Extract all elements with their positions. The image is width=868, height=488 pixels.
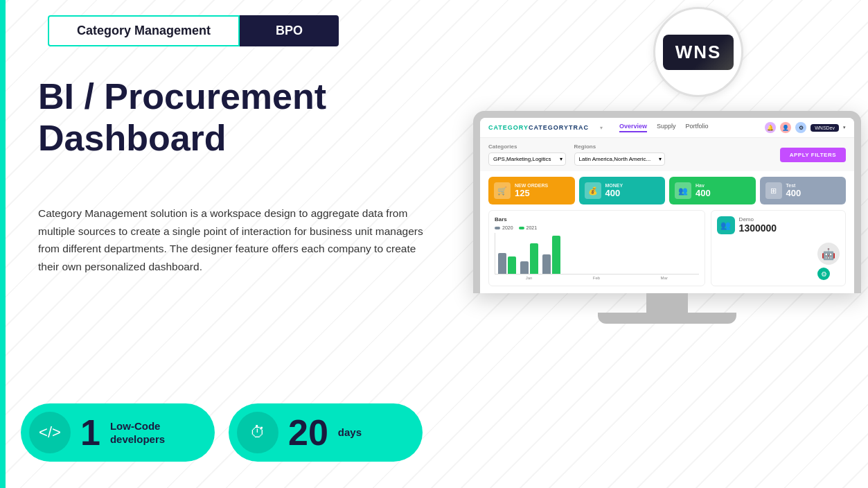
stats-row: </> 1 Low-Code developers ⏱ 20 days [21,403,423,462]
bar-mar-2020 [542,254,551,274]
dashboard-filters: Categories GPS,Marketing,Logitics ▾ Regi… [480,138,854,171]
timer-icon-circle: ⏱ [237,412,278,453]
dashboard-nav-tabs: Overview Supply Portfolio [619,123,709,132]
kpi-demo-value: 1300000 [739,223,777,234]
kpi-label-2: Hav [696,183,750,188]
kpi-label-0: NEW ORDERS [515,183,569,188]
stat-days: ⏱ 20 days [229,403,423,462]
wns-logo-circle: WNS [653,7,743,97]
stand-neck [646,293,688,313]
heading-line1: BI / Procurement [38,76,326,116]
code-icon-circle: </> [29,412,71,453]
monitor-body: CATEGORYCATEGORYTRAC ▾ Overview Supply P… [473,111,861,293]
kpi-demo-icon: 👥 [717,216,735,234]
wns-logo-text: WNS [663,35,734,70]
chart-title: Bars [495,216,699,223]
tab-bpo-label: BPO [276,24,303,37]
nav-icons: 🔔 👤 ⚙ WNSDev ▾ [765,122,846,133]
left-accent-bar [0,0,6,488]
tab-category-management[interactable]: Category Management [48,15,240,46]
categories-select[interactable]: GPS,Marketing,Logitics ▾ [488,152,566,166]
regions-dropdown-arrow: ▾ [659,156,662,162]
kpi-grid-icon: ⊞ [765,182,782,199]
categories-label: Categories [488,143,566,150]
gear-button[interactable]: ⚙ [817,268,830,280]
stat-number-1: 1 [80,415,100,451]
x-label-feb: Feb [593,276,600,280]
heading-line2: Dashboard [38,118,227,158]
kpi-label-3: Test [786,183,841,188]
kpi-demo: 👥 Demo 1300000 🤖 ⚙ [711,210,846,286]
bar-group-mar [542,236,560,274]
tab-category-label: Category Management [77,24,211,37]
bar-jan-2021 [508,256,516,274]
dashboard-bottom: Bars 2020 2021 [480,210,854,293]
apply-filters-button[interactable]: APPLY FILTERS [780,148,846,162]
timer-icon: ⏱ [250,424,265,442]
stand-base [598,313,736,324]
legend-2021: 2021 [519,225,538,230]
bar-feb-2020 [520,261,529,274]
code-icon: </> [39,424,61,442]
kpi-cards: 🛒 NEW ORDERS 125 💰 MONEY 400 👥 [480,171,854,210]
monitor-screen: CATEGORYCATEGORYTRAC ▾ Overview Supply P… [480,118,854,293]
kpi-money: 💰 MONEY 400 [579,177,666,204]
kpi-cart-icon: 🛒 [494,182,511,199]
chart-x-labels: Jan Feb Mar [495,274,699,280]
bar-group-feb [520,243,538,274]
regions-select[interactable]: Latin America,North Americ... ▾ [574,152,666,166]
bar-feb-2021 [530,243,538,274]
tab-bpo[interactable]: BPO [240,15,339,46]
dashboard-nav: CATEGORYCATEGORYTRAC ▾ Overview Supply P… [480,118,854,138]
kpi-value-2: 400 [696,188,750,198]
kpi-demo-label: Demo [739,216,777,223]
stat-lowcode: </> 1 Low-Code developers [21,403,215,462]
dashboard-logo: CATEGORYCATEGORYTRAC [488,124,589,131]
nav-dropdown-btn[interactable]: ▾ [843,125,846,130]
stat-label-1: Low-Code developers [110,419,165,446]
stat-label-2: days [338,426,362,439]
legend-dot-2020 [495,227,500,229]
main-heading: BI / Procurement Dashboard [38,76,326,159]
kpi-value-1: 400 [605,188,660,198]
header-tabs: Category Management BPO [48,15,339,46]
nav-tab-portfolio[interactable]: Portfolio [686,123,709,132]
nav-dropdown-arrow: ▾ [600,125,603,131]
kpi-value-0: 125 [515,188,569,198]
kpi-money-icon: 💰 [585,182,601,199]
kpi-new-orders: 🛒 NEW ORDERS 125 [488,177,575,204]
nav-icon-user[interactable]: 👤 [780,122,791,133]
bar-group-jan [498,253,516,274]
stat-number-2: 20 [288,415,328,451]
nav-tab-overview[interactable]: Overview [619,123,647,132]
x-label-mar: Mar [661,276,668,280]
x-label-jan: Jan [526,276,533,280]
nav-icon-bell[interactable]: 🔔 [765,122,776,133]
chatbot-area: 🤖 ⚙ [817,243,840,280]
monitor-stand [473,293,861,324]
bar-chart [495,233,699,274]
bar-chart-card: Bars 2020 2021 [488,210,705,286]
kpi-test: ⊞ Test 400 [760,177,847,204]
categories-dropdown-arrow: ▾ [560,156,563,162]
legend-dot-2021 [519,227,524,229]
chatbot-icon[interactable]: 🤖 [817,243,840,265]
bar-jan-2020 [498,253,506,274]
legend-2020: 2020 [495,225,513,230]
bar-mar-2021 [552,236,560,274]
nav-icon-settings[interactable]: ⚙ [795,122,806,133]
regions-filter: Regions Latin America,North Americ... ▾ [574,143,666,166]
nav-brand-badge: WNSDev [811,124,839,132]
regions-label: Regions [574,143,666,150]
kpi-value-3: 400 [786,188,841,198]
chart-legend: 2020 2021 [495,225,699,230]
categories-filter: Categories GPS,Marketing,Logitics ▾ [488,143,566,166]
kpi-hav: 👥 Hav 400 [669,177,756,204]
monitor-container: CATEGORYCATEGORYTRAC ▾ Overview Supply P… [473,111,861,324]
nav-tab-supply[interactable]: Supply [657,123,676,132]
kpi-users-icon: 👥 [675,182,691,199]
description-text: Category Management solution is a worksp… [38,204,426,275]
bar-chart-wrapper: Jan Feb Mar [495,233,699,280]
kpi-label-1: MONEY [605,183,660,188]
